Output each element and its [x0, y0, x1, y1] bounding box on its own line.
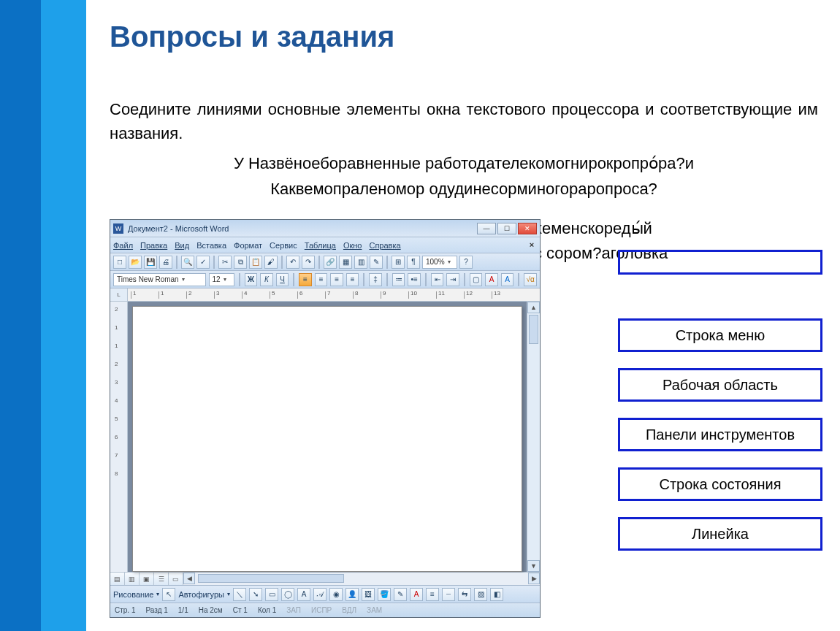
doc-close-icon[interactable]: × — [527, 240, 537, 251]
line-color-icon[interactable]: ✎ — [394, 588, 407, 601]
menu-insert[interactable]: Вставка — [196, 241, 226, 250]
align-center-icon[interactable]: ≡ — [315, 273, 328, 286]
label-status-row[interactable]: Строка состояния — [618, 467, 822, 501]
numbering-icon[interactable]: ≔ — [392, 273, 405, 286]
decrease-indent-icon[interactable]: ⇤ — [431, 273, 444, 286]
format-painter-icon[interactable]: 🖌 — [264, 256, 278, 269]
equation-icon[interactable]: √α — [524, 273, 537, 286]
shadow-icon[interactable]: ▨ — [474, 588, 487, 601]
align-left-icon[interactable]: ≡ — [299, 273, 312, 286]
menu-window[interactable]: Окно — [343, 241, 362, 250]
line-spacing-icon[interactable]: ‡ — [369, 273, 382, 286]
menu-file[interactable]: Файл — [113, 241, 133, 250]
menu-table[interactable]: Таблица — [305, 241, 336, 250]
vertical-ruler[interactable]: 2 1 1 2 3 4 5 6 7 8 — [110, 302, 128, 572]
task-paragraph: Соедините линиями основные элементы окна… — [110, 97, 818, 145]
align-justify-icon[interactable]: ≡ — [346, 273, 359, 286]
label-title-row[interactable] — [618, 250, 822, 275]
drawing-icon[interactable]: ✎ — [370, 256, 383, 269]
preview-icon[interactable]: 🔍 — [181, 256, 194, 269]
drawing-label[interactable]: Рисование — [113, 590, 153, 599]
borders-icon[interactable]: ▢ — [470, 273, 483, 286]
fill-color-icon[interactable]: 🪣 — [378, 588, 391, 601]
bullets-icon[interactable]: •≡ — [408, 273, 421, 286]
pilcrow-icon[interactable]: ¶ — [407, 256, 420, 269]
textbox-icon[interactable]: A — [297, 588, 310, 601]
horizontal-ruler[interactable]: L 1 1 2 3 4 5 6 7 8 9 10 11 12 13 — [110, 288, 540, 302]
copy-icon[interactable]: ⧉ — [234, 256, 247, 269]
line-style-icon[interactable]: ≡ — [426, 588, 439, 601]
label-ruler[interactable]: Линейка — [618, 517, 822, 551]
horizontal-scrollbar[interactable]: ◀ ▶ — [183, 573, 540, 585]
window-title: Документ2 - Microsoft Word — [128, 224, 477, 233]
view-web-icon[interactable]: ▥ — [125, 573, 140, 585]
zoom-select[interactable]: 100%▾ — [422, 256, 457, 269]
picture-icon[interactable]: 🖼 — [362, 588, 375, 601]
view-normal-icon[interactable]: ▤ — [110, 573, 125, 585]
bold-button[interactable]: Ж — [245, 273, 258, 286]
font-size-select[interactable]: 12▾ — [209, 273, 234, 286]
columns-icon[interactable]: ▥ — [354, 256, 367, 269]
new-doc-icon[interactable]: □ — [113, 256, 126, 269]
vertical-scrollbar[interactable]: ▲ ▼ — [527, 302, 540, 572]
close-button[interactable]: ✕ — [518, 223, 537, 234]
increase-indent-icon[interactable]: ⇥ — [446, 273, 459, 286]
line-shape-icon[interactable]: ＼ — [233, 588, 246, 601]
diagram-icon[interactable]: ◉ — [329, 588, 343, 601]
select-objects-icon[interactable]: ↖ — [162, 588, 175, 601]
paste-icon[interactable]: 📋 — [249, 256, 262, 269]
scroll-left-icon[interactable]: ◀ — [183, 573, 195, 584]
oval-shape-icon[interactable]: ◯ — [281, 588, 294, 601]
font-color-icon[interactable]: A — [501, 273, 514, 286]
wordart-icon[interactable]: 𝒜 — [313, 588, 327, 601]
scroll-thumb[interactable] — [529, 315, 538, 344]
menu-help[interactable]: Справка — [369, 241, 400, 250]
view-buttons: ▤ ▥ ▣ ☰ ▭ — [110, 573, 183, 585]
menu-view[interactable]: Вид — [175, 241, 189, 250]
hscroll-thumb[interactable] — [198, 574, 344, 583]
undo-icon[interactable]: ↶ — [286, 256, 299, 269]
label-menu-row[interactable]: Строка меню — [618, 318, 822, 352]
docmap-icon[interactable]: ⊞ — [392, 256, 405, 269]
arrow-style-icon[interactable]: ⇆ — [458, 588, 471, 601]
label-toolbars[interactable]: Панели инструментов — [618, 418, 822, 451]
save-icon[interactable]: 💾 — [144, 256, 157, 269]
menu-format[interactable]: Формат — [234, 241, 262, 250]
status-line: Ст 1 — [233, 606, 248, 614]
autoshapes-label[interactable]: Автофигуры — [178, 590, 224, 599]
help-icon[interactable]: ? — [459, 256, 473, 269]
cut-icon[interactable]: ✂ — [218, 256, 232, 269]
maximize-button[interactable]: ☐ — [497, 223, 516, 234]
document-page[interactable] — [132, 306, 522, 572]
table-icon[interactable]: ▦ — [339, 256, 352, 269]
spell-icon[interactable]: ✓ — [196, 256, 210, 269]
formatting-toolbar: Times New Roman▾ 12▾ Ж К Ч ≡ ≡ ≡ ≡ ‡ ≔ •… — [110, 271, 540, 288]
menu-edit[interactable]: Правка — [140, 241, 167, 250]
redo-icon[interactable]: ↷ — [302, 256, 315, 269]
italic-button[interactable]: К — [260, 273, 273, 286]
status-trk: ИСПР — [311, 606, 332, 614]
menu-service[interactable]: Сервис — [270, 241, 297, 250]
3d-icon[interactable]: ◧ — [490, 588, 503, 601]
minimize-button[interactable]: — — [477, 223, 496, 234]
font-select[interactable]: Times New Roman▾ — [113, 273, 206, 286]
scroll-right-icon[interactable]: ▶ — [528, 573, 540, 584]
dash-style-icon[interactable]: ┄ — [442, 588, 455, 601]
clipart-icon[interactable]: 👤 — [345, 588, 359, 601]
view-print-icon[interactable]: ▣ — [140, 573, 154, 585]
align-right-icon[interactable]: ≡ — [330, 273, 343, 286]
arrow-shape-icon[interactable]: ➘ — [249, 588, 262, 601]
hyperlink-icon[interactable]: 🔗 — [324, 256, 337, 269]
scroll-up-icon[interactable]: ▲ — [527, 302, 540, 313]
label-work-area[interactable]: Рабочая область — [618, 368, 822, 402]
highlight-icon[interactable]: A — [485, 273, 498, 286]
view-outline-icon[interactable]: ☰ — [154, 573, 169, 585]
page-area[interactable] — [128, 302, 527, 572]
open-icon[interactable]: 📂 — [129, 256, 142, 269]
scroll-down-icon[interactable]: ▼ — [527, 560, 540, 572]
font-color-draw-icon[interactable]: A — [410, 588, 423, 601]
underline-button[interactable]: Ч — [276, 273, 289, 286]
view-reading-icon[interactable]: ▭ — [169, 573, 183, 585]
rect-shape-icon[interactable]: ▭ — [265, 588, 278, 601]
print-icon[interactable]: 🖨 — [159, 256, 172, 269]
